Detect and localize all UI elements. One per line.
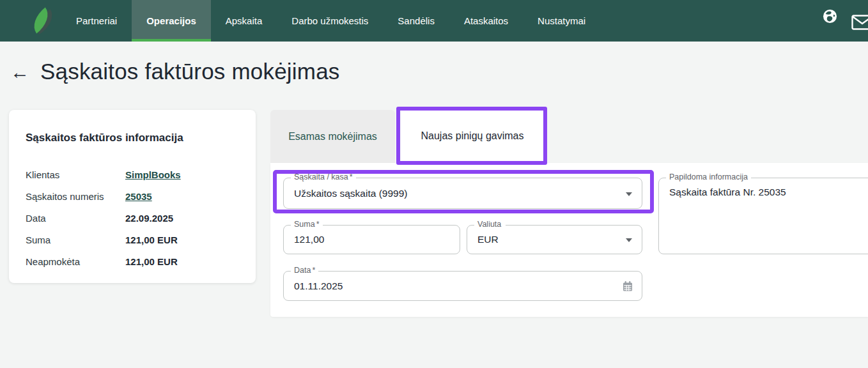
account-select[interactable]: Sąskaita / kasa* Užskaitos sąskaita (999… bbox=[283, 178, 642, 209]
row-label: Suma bbox=[26, 234, 125, 246]
info-row-neapmoketa: Neapmokėta 121,00 EUR bbox=[26, 256, 239, 268]
nav-item-apskaita[interactable]: Apskaita bbox=[211, 0, 277, 42]
currency-select-value: EUR bbox=[467, 226, 642, 254]
info-row-saskaitos-numeris: Sąskaitos numeris 25035 bbox=[26, 190, 239, 203]
additional-info-textarea[interactable]: Sąskaita faktūra Nr. 25035 bbox=[659, 178, 868, 254]
row-value: 121,00 EUR bbox=[125, 234, 178, 246]
page-title: Sąskaitos faktūros mokėjimas bbox=[40, 59, 340, 84]
top-nav: Partneriai Operacijos Apskaita Darbo užm… bbox=[0, 0, 868, 42]
amount-input[interactable] bbox=[284, 226, 460, 254]
main-menu: Partneriai Operacijos Apskaita Darbo užm… bbox=[61, 0, 600, 42]
currency-select[interactable]: Valiuta EUR bbox=[467, 225, 642, 254]
info-row-klientas: Klientas SimplBooks bbox=[26, 169, 239, 181]
calendar-icon[interactable] bbox=[622, 280, 633, 295]
invoice-number-link[interactable]: 25035 bbox=[125, 190, 152, 203]
nav-item-darbo-uzmokestis[interactable]: Darbo užmokestis bbox=[277, 0, 383, 42]
invoice-info-title: Sąskaitos faktūros informacija bbox=[26, 132, 239, 144]
nav-item-sandelis[interactable]: Sandėlis bbox=[383, 0, 449, 42]
app-window: Partneriai Operacijos Apskaita Darbo užm… bbox=[0, 0, 868, 368]
row-label: Neapmokėta bbox=[26, 256, 125, 268]
tab-naujas-pinigu-gavimas[interactable]: Naujas pinigų gavimas bbox=[401, 111, 544, 162]
row-label: Data bbox=[26, 212, 125, 224]
nav-item-nustatymai[interactable]: Nustatymai bbox=[523, 0, 600, 42]
mail-icon[interactable] bbox=[851, 15, 868, 30]
invoice-info-card: Sąskaitos faktūros informacija Klientas … bbox=[9, 110, 256, 283]
chevron-down-icon bbox=[626, 238, 632, 242]
tab-esamas-mokejimas[interactable]: Esamas mokėjimas bbox=[270, 110, 395, 163]
row-label: Sąskaitos numeris bbox=[26, 190, 125, 203]
amount-field-wrap: Suma* bbox=[283, 225, 460, 254]
nav-item-ataskaitos[interactable]: Ataskaitos bbox=[449, 0, 523, 42]
nav-item-operacijos[interactable]: Operacijos bbox=[132, 0, 211, 42]
date-field-wrap: Data* bbox=[283, 271, 642, 301]
additional-info-field-wrap: Papildoma informacija Sąskaita faktūra N… bbox=[658, 178, 868, 254]
nav-item-partneriai[interactable]: Partneriai bbox=[61, 0, 132, 42]
row-label: Klientas bbox=[26, 169, 125, 181]
info-row-suma: Suma 121,00 EUR bbox=[26, 234, 239, 246]
row-value: 121,00 EUR bbox=[125, 256, 178, 268]
client-link[interactable]: SimplBooks bbox=[125, 169, 181, 181]
page-head: ← Sąskaitos faktūros mokėjimas bbox=[10, 59, 340, 84]
date-input[interactable] bbox=[284, 272, 642, 300]
info-row-data: Data 22.09.2025 bbox=[26, 212, 239, 224]
row-value: 22.09.2025 bbox=[125, 212, 173, 224]
account-select-value: Užskaitos sąskaita (9999) bbox=[284, 178, 642, 208]
chevron-down-icon bbox=[626, 192, 632, 196]
simplbooks-logo-icon[interactable] bbox=[32, 8, 54, 34]
globe-icon[interactable] bbox=[823, 9, 837, 24]
back-arrow-icon[interactable]: ← bbox=[10, 61, 29, 82]
